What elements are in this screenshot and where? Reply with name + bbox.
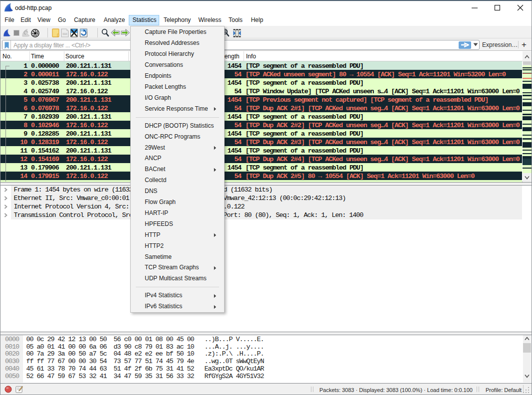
svg-text:010: 010 bbox=[62, 32, 67, 35]
